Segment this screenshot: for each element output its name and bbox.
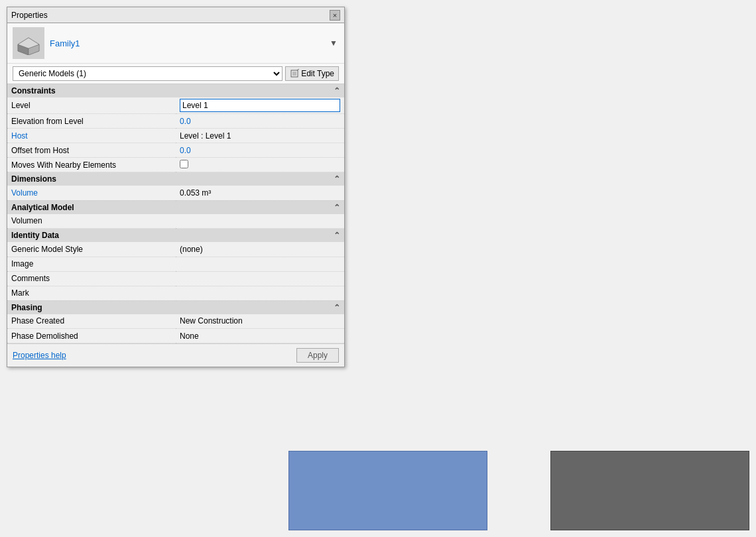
prop-row-constraints-1: Elevation from Level0.0 [7,114,344,129]
prop-label-dimensions-0: Volume [7,186,176,200]
prop-value-constraints-2: Level : Level 1 [176,129,344,143]
section-header-dimensions[interactable]: Dimensions ⌃ [7,172,344,186]
prop-row-constraints-4: Moves With Nearby Elements [7,158,344,172]
type-select[interactable]: Generic Models (1) [13,66,283,81]
prop-label-phasing-1: Phase Demolished [7,329,176,343]
prop-value-analytical_model-0 [176,214,344,229]
type-row: Generic Models (1) Edit Type [7,64,344,84]
collapse-icon-constraints: ⌃ [334,86,340,95]
prop-row-analytical_model-0: Volumen [7,214,344,229]
edit-type-label: Edit Type [301,69,334,78]
prop-input-constraints-0[interactable] [180,99,340,112]
prop-value-identity_data-3 [176,286,344,300]
edit-type-button[interactable]: Edit Type [285,66,339,81]
prop-row-dimensions-0: Volume0.053 m³ [7,186,344,200]
prop-value-phasing-0: New Construction [176,314,344,329]
collapse-icon-identity_data: ⌃ [334,231,340,240]
svg-rect-6 [292,72,296,76]
prop-row-phasing-1: Phase DemolishedNone [7,329,344,343]
prop-row-constraints-3: Offset from Host0.0 [7,143,344,158]
prop-label-constraints-0: Level [7,97,176,114]
collapse-icon-dimensions: ⌃ [334,174,340,184]
section-header-constraints[interactable]: Constraints ⌃ [7,84,344,97]
prop-label-analytical_model-0: Volumen [7,214,176,229]
properties-table: Constraints ⌃ LevelElevation from Level0… [7,84,344,343]
family-dropdown-button[interactable]: ▼ [328,38,339,48]
prop-label-identity_data-1: Image [7,257,176,271]
collapse-icon-phasing: ⌃ [334,303,340,312]
prop-value-identity_data-2 [176,271,344,286]
prop-row-identity_data-3: Mark [7,286,344,300]
prop-value-constraints-4[interactable] [176,158,344,172]
section-header-phasing[interactable]: Phasing ⌃ [7,300,344,314]
prop-row-phasing-0: Phase CreatedNew Construction [7,314,344,329]
prop-row-identity_data-0: Generic Model Style(none) [7,242,344,257]
prop-row-constraints-0: Level [7,97,344,114]
collapse-icon-analytical_model: ⌃ [334,203,340,212]
prop-label-phasing-0: Phase Created [7,314,176,329]
prop-label-constraints-4: Moves With Nearby Elements [7,158,176,172]
prop-label-constraints-1: Elevation from Level [7,114,176,129]
panel-footer: Properties help Apply [7,343,344,367]
prop-label-constraints-2: Host [7,129,176,143]
prop-value-dimensions-0: 0.053 m³ [176,186,344,200]
prop-value-constraints-1: 0.0 [176,114,344,129]
family-thumbnail [15,31,42,55]
properties-help-link[interactable]: Properties help [13,351,66,360]
properties-container: Constraints ⌃ LevelElevation from Level0… [7,84,344,343]
section-header-identity_data[interactable]: Identity Data ⌃ [7,229,344,243]
prop-value-identity_data-1 [176,257,344,271]
edit-type-icon [290,69,299,78]
prop-label-identity_data-3: Mark [7,286,176,300]
prop-value-phasing-1: None [176,329,344,343]
panel-title: Properties [11,11,48,20]
properties-panel: Properties × Family1 ▼ Generic Models (1… [7,7,345,367]
family-row: Family1 ▼ [7,23,344,64]
blue-rectangle [288,451,487,530]
prop-row-identity_data-2: Comments [7,271,344,286]
prop-value-constraints-0[interactable] [176,97,344,114]
prop-row-identity_data-1: Image [7,257,344,271]
prop-row-constraints-2: HostLevel : Level 1 [7,129,344,143]
apply-button[interactable]: Apply [296,348,339,363]
family-name: Family1 [50,38,323,48]
panel-titlebar: Properties × [7,7,344,23]
prop-label-identity_data-0: Generic Model Style [7,242,176,257]
prop-value-identity_data-0: (none) [176,242,344,257]
section-header-analytical_model[interactable]: Analytical Model ⌃ [7,200,344,214]
dark-rectangle [550,451,749,530]
prop-label-constraints-3: Offset from Host [7,143,176,158]
prop-checkbox-constraints-4[interactable] [180,160,188,168]
prop-label-identity_data-2: Comments [7,271,176,286]
family-icon [13,27,44,59]
close-button[interactable]: × [330,10,340,21]
prop-value-constraints-3: 0.0 [176,143,344,158]
